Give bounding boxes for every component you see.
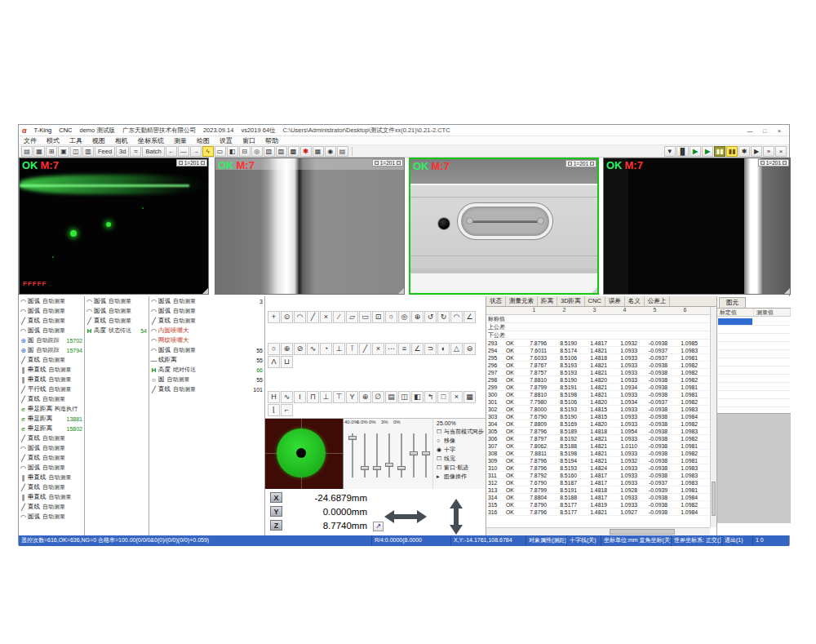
tool-half-circle[interactable]: ◐ xyxy=(437,343,450,355)
light-option[interactable]: ☐ 窗口·航迹 xyxy=(437,463,484,472)
list-item[interactable]: ╱ 直线 自动测量 xyxy=(19,355,84,365)
slider-handle[interactable] xyxy=(397,466,406,470)
menu-item[interactable]: 模式 xyxy=(42,136,64,145)
tool-point[interactable]: + xyxy=(268,311,280,323)
table-row[interactable]: 294 OK 7.6011 8.5174 1.4821 1.0933 -0.09… xyxy=(486,347,716,354)
list-item[interactable]: ⊕ 圆 自动跟踪 15794 xyxy=(19,345,84,355)
table-row[interactable]: 303 OK 7.6790 8.5190 1.4815 1.0933 -0.09… xyxy=(486,413,716,420)
table-tab[interactable]: CNC xyxy=(585,296,605,306)
list-item[interactable]: ╱ 平行线 自动测量 xyxy=(19,384,84,394)
menu-item[interactable]: 窗口 xyxy=(237,136,260,145)
light-option[interactable]: ▸ 图像操作 xyxy=(437,472,484,481)
tool-rectangle[interactable]: ▭ xyxy=(359,311,371,323)
tool-slot[interactable]: ⊓ xyxy=(307,391,319,403)
table-row[interactable]: 293 OK 7.8796 8.5190 1.4817 1.0932 -0.09… xyxy=(486,340,716,347)
table-row[interactable]: 311 OK 7.8792 8.5160 1.4817 1.0933 -0.09… xyxy=(486,472,716,479)
camera-viewport-4[interactable]: OKM:7 1=201 xyxy=(603,158,791,295)
list-item[interactable]: e 垂足距离 15802 xyxy=(19,424,84,433)
list-item[interactable]: ╱ 直线 自动测量 xyxy=(19,482,84,492)
list-item[interactable]: ○ 圆 自动测量 55 xyxy=(149,375,264,384)
minimize-button[interactable]: — xyxy=(743,127,756,135)
tool-circle-fit[interactable]: ○ xyxy=(268,343,280,355)
menu-item[interactable]: 工具 xyxy=(64,136,87,145)
ring-light-preview[interactable] xyxy=(265,419,344,489)
new-file-icon[interactable]: ▤ xyxy=(21,146,33,157)
light-option[interactable]: ☐ 与当前模式同步 xyxy=(437,427,484,436)
tool-parallel-lines[interactable]: ≡ xyxy=(398,343,410,355)
laser-icon[interactable]: ✱ xyxy=(300,146,312,157)
list-item[interactable]: ◠ 圆弧 自动测量 xyxy=(85,306,149,316)
camera-viewport-1[interactable]: OKM:7 1=201 FFFFF xyxy=(19,158,209,295)
dash-icon[interactable]: — xyxy=(178,146,189,157)
list-icon[interactable]: ▤ xyxy=(337,146,348,157)
tool-return[interactable]: ↰ xyxy=(424,391,437,403)
tool-circle-point[interactable]: ⊙ xyxy=(281,311,293,323)
list-item[interactable]: e 垂足距离 13881 xyxy=(19,414,84,424)
tool-quarter[interactable]: ◔ xyxy=(320,343,332,355)
list-item[interactable]: ◠ 圆弧 自动测量 xyxy=(149,306,264,316)
list-item[interactable]: ◠ 圆弧 自动测量 xyxy=(19,512,84,522)
light-slider[interactable]: 0.0% xyxy=(359,427,370,481)
menu-item[interactable]: 绘图 xyxy=(192,136,215,145)
list-item[interactable]: ◠ 圆弧 自动测量 xyxy=(85,296,149,306)
arrow-right-icon[interactable]: → xyxy=(190,146,202,157)
magnifier-icon[interactable]: ◎ xyxy=(251,146,263,157)
table-row[interactable]: 304 OK 7.8809 8.5169 1.4820 1.0933 -0.09… xyxy=(486,420,716,428)
scrollbar-thumb[interactable] xyxy=(712,482,716,516)
table-row[interactable]: 309 OK 7.8796 8.5194 1.4821 1.0932 -0.09… xyxy=(486,457,716,464)
slider-handle[interactable] xyxy=(348,436,357,440)
column-number[interactable]: 5 xyxy=(640,307,670,314)
tool-tee[interactable]: ⊺ xyxy=(346,343,358,355)
tool-concentric[interactable]: ◎ xyxy=(398,311,410,323)
lens-icon[interactable]: ◉ xyxy=(325,146,336,157)
column-number[interactable]: 2 xyxy=(549,307,579,314)
menu-item[interactable]: 相机 xyxy=(110,136,133,145)
jog-button[interactable]: ↗ xyxy=(373,522,384,531)
tab-elements[interactable]: 图元 xyxy=(719,297,746,308)
slider-handle[interactable] xyxy=(422,451,430,455)
list-item[interactable]: ∥ 垂直线 自动测量 xyxy=(19,492,84,502)
table-tab[interactable]: 误差 xyxy=(605,296,625,306)
table-row[interactable]: 300 OK 7.8810 8.5198 1.4821 1.0933 -0.09… xyxy=(486,391,716,398)
light-option[interactable]: ☐ 线宽 xyxy=(437,454,484,463)
table-tab[interactable]: 3D距离 xyxy=(557,296,585,306)
tool-profile[interactable]: ∿ xyxy=(281,391,293,403)
tool-angle2[interactable]: ∠ xyxy=(411,343,424,355)
z-axis-badge[interactable]: Z xyxy=(270,520,282,531)
tool-circle-center[interactable]: ⊕ xyxy=(281,343,293,355)
tool-crosshair-circle[interactable]: ⊕ xyxy=(411,311,424,323)
maximize-button[interactable]: □ xyxy=(758,127,771,135)
table-row[interactable]: 299 OK 7.8799 8.5191 1.4821 1.0934 -0.09… xyxy=(486,384,716,391)
status-segment[interactable]: 对象属性(测距) xyxy=(526,535,567,546)
column-number[interactable]: 1 xyxy=(519,307,549,314)
table-row[interactable]: 298 OK 7.8810 8.5190 1.4820 1.0933 -0.09… xyxy=(486,376,716,384)
resize-grip[interactable] xyxy=(202,288,208,294)
list-item[interactable]: ╱ 直线 自动测量 xyxy=(85,316,149,326)
table-tab[interactable]: 公差上 xyxy=(645,296,671,306)
tool-cross[interactable]: × xyxy=(372,343,384,355)
light-option[interactable]: ○ 移像 xyxy=(437,436,484,445)
list-item[interactable]: ◠ 圆弧 自动测量 55 xyxy=(149,345,264,355)
camera-viewport-2[interactable]: OKM:7 1=201 xyxy=(215,158,405,295)
table-row[interactable]: 307 OK 7.8062 8.5188 1.4821 1.0110 -0.09… xyxy=(486,442,716,450)
list-item[interactable]: ◠ 圆弧 自动测量 xyxy=(19,296,84,306)
grid-icon[interactable]: ▦ xyxy=(33,146,45,157)
light-slider[interactable] xyxy=(420,427,431,481)
list-item[interactable]: ╱ 直线 自动测量 xyxy=(19,453,84,463)
list-item[interactable]: ╱ 直线 自动测量 xyxy=(19,316,84,326)
column-number[interactable]: 4 xyxy=(610,307,640,314)
table-row[interactable]: 308 OK 7.8811 8.5198 1.4821 1.0933 -0.09… xyxy=(486,450,716,457)
menu-item[interactable]: 文件 xyxy=(19,136,42,145)
table-row[interactable]: 302 OK 7.8000 8.5193 1.4815 1.0933 -0.09… xyxy=(486,406,716,413)
tool-plane[interactable]: ▤ xyxy=(385,391,397,403)
pause-icon[interactable]: ▐▌ xyxy=(676,146,689,157)
light-slider[interactable]: 0% xyxy=(396,427,406,481)
tool-perpendicular[interactable]: ⊥ xyxy=(333,343,345,355)
tool-delete[interactable]: × xyxy=(450,391,463,403)
tool-circle-minus[interactable]: ⊖ xyxy=(463,343,476,355)
tool-triangle[interactable]: △ xyxy=(450,343,463,355)
table-row[interactable]: 315 OK 7.8790 8.5177 1.4819 1.0933 -0.09… xyxy=(486,501,716,509)
status-segment[interactable]: 十字线(关) xyxy=(567,535,601,546)
tool-diameter[interactable]: ∅ xyxy=(372,391,384,403)
list-item[interactable]: ∥ 垂直线 自动测量 xyxy=(19,365,84,375)
